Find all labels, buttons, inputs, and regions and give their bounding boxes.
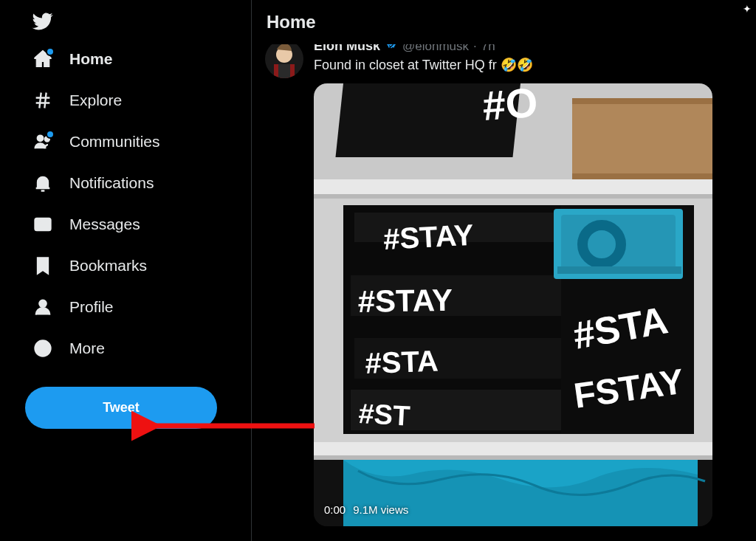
tweet-text: Found in closet at Twitter HQ fr 🤣🤣 [314,57,743,73]
svg-text:#STAY: #STAY [382,218,475,255]
nav-list: Home Explore Communities Notifica [25,38,251,369]
envelope-icon [32,214,53,235]
svg-rect-19 [314,194,712,199]
nav-bookmarks-label: Bookmarks [69,257,147,275]
page-title: Home [252,0,756,44]
nav-notifications-label: Notifications [69,174,154,192]
nav-communities-label: Communities [69,133,160,151]
svg-rect-18 [314,179,712,196]
svg-rect-37 [314,442,712,457]
svg-rect-36 [557,266,681,274]
author-name[interactable]: Elon Musk [314,44,380,54]
svg-rect-16 [572,98,712,104]
tweet-button[interactable]: Tweet [25,387,217,429]
svg-rect-11 [278,64,290,78]
communities-icon [32,131,53,152]
nav-home[interactable]: Home [25,38,124,80]
nav-messages[interactable]: Messages [25,204,152,245]
tweet-time[interactable]: 7h [481,44,495,54]
nav-communities[interactable]: Communities [25,121,172,162]
author-handle[interactable]: @elonmusk [402,44,469,54]
profile-icon [32,297,53,317]
tweet-header: Elon Musk @elonmusk · 7h [314,44,743,54]
tweet-media[interactable]: #O #ST [314,83,712,526]
svg-point-0 [38,136,43,141]
communities-notification-dot [46,130,55,139]
svg-rect-17 [572,173,712,179]
media-views: 9.1M views [353,503,408,516]
tweet[interactable]: Elon Musk @elonmusk · 7h Found in closet… [252,44,756,526]
svg-point-3 [39,300,46,307]
svg-rect-15 [572,98,712,179]
nav-profile-label: Profile [69,298,114,316]
nav-explore[interactable]: Explore [25,80,134,121]
nav-profile[interactable]: Profile [25,286,126,328]
svg-text:#O: #O [481,83,539,129]
sparkle-icon: ✦ [743,3,752,15]
tweet-separator: · [473,44,477,54]
nav-notifications[interactable]: Notifications [25,162,165,204]
svg-point-7 [46,348,47,349]
media-time: 0:00 [324,503,346,516]
nav-bookmarks[interactable]: Bookmarks [25,245,159,286]
nav-messages-label: Messages [69,216,140,233]
tweet-body: Elon Musk @elonmusk · 7h Found in closet… [314,44,743,526]
bookmark-icon [32,255,53,276]
bell-icon [32,173,53,193]
hash-icon [32,90,53,111]
svg-text:#STAY: #STAY [357,283,453,319]
sidebar: Home Explore Communities Notifica [0,0,251,541]
main-column: Home Elon Musk @elonmusk [251,0,756,541]
nav-more[interactable]: More [25,328,117,369]
nav-home-label: Home [69,50,112,68]
nav-explore-label: Explore [69,92,122,109]
svg-point-6 [42,348,44,349]
svg-text:#ST: #ST [358,398,411,432]
feed: Elon Musk @elonmusk · 7h Found in closet… [252,44,756,541]
home-icon [32,49,53,69]
nav-more-label: More [69,340,105,357]
verified-badge-icon [385,44,398,53]
media-meta: 0:00 9.1M views [324,503,408,516]
svg-text:#STA: #STA [365,345,439,379]
home-notification-dot [46,47,55,56]
svg-rect-38 [314,455,712,460]
twitter-logo[interactable] [31,10,53,32]
svg-point-5 [38,348,40,349]
author-avatar[interactable] [265,44,303,78]
more-icon [32,338,53,359]
